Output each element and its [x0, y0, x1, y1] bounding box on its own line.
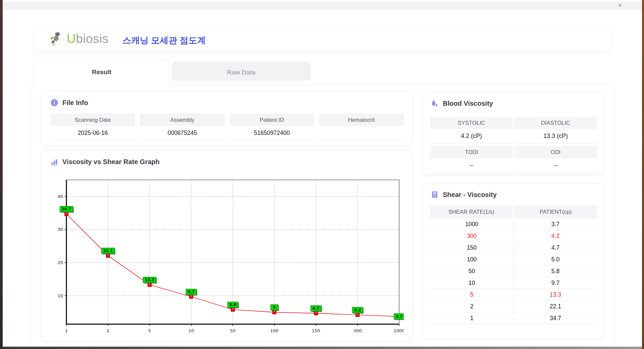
ubiosis-logo-icon	[49, 32, 64, 46]
header-card: Ubiosis 스캐닝 모세관 점도계	[34, 26, 611, 52]
file-info-field: Hematocrit	[319, 113, 404, 140]
svg-text:100: 100	[270, 328, 279, 333]
file-info-field-value: 000675245	[140, 126, 225, 140]
shear-viscosity-table: SHEAR RATE(1/s) PATIENT(cp) 10003.73004.…	[430, 205, 597, 324]
shear-rate-column-header: SHEAR RATE(1/s)	[430, 205, 513, 218]
file-info-field-label: Scanning Date	[50, 113, 135, 126]
brand-logo: Ubiosis	[49, 32, 109, 46]
content-panel: File Info Scanning Date2025-06-16Assembl…	[30, 85, 614, 346]
tab-result[interactable]: Result	[34, 60, 170, 85]
desktop-edge-left	[0, 0, 3, 349]
blood-drops-icon	[431, 99, 439, 107]
svg-text:5: 5	[273, 305, 276, 310]
svg-text:22.1: 22.1	[103, 248, 113, 253]
table-row: 10003.7	[430, 218, 597, 230]
table-row: 222.1	[430, 301, 597, 312]
file-info-field-value: 51650972400	[229, 126, 314, 140]
svg-text:40: 40	[57, 194, 63, 199]
close-icon[interactable]: ✕	[618, 2, 623, 9]
svg-text:1000: 1000	[393, 328, 404, 333]
patient-value-cell: 4.2	[514, 230, 597, 242]
patient-value-cell: 22.1	[514, 301, 597, 312]
svg-text:300: 300	[354, 328, 362, 333]
blood-viscosity-header: TODI	[430, 146, 513, 158]
file-info-field: Assembly000675245	[140, 113, 225, 140]
table-row: 505.8	[430, 265, 597, 277]
shear-table-header: SHEAR RATE(1/s) PATIENT(cp)	[430, 205, 597, 218]
svg-text:2: 2	[107, 328, 109, 333]
svg-text:10: 10	[57, 293, 63, 298]
blood-viscosity-title: Blood Viscosity	[443, 100, 493, 107]
graph-card: Viscosity vs Shear Rate Graph 1020304012…	[41, 150, 413, 341]
window-titlebar: ✕	[3, 2, 642, 10]
svg-text:5.8: 5.8	[229, 302, 236, 307]
graph-title: Viscosity vs Shear Rate Graph	[62, 158, 160, 166]
blood-viscosity-value: –	[430, 158, 513, 172]
blood-viscosity-header: SYSTOLIC	[430, 117, 513, 129]
shear-rate-cell: 1	[430, 312, 514, 324]
file-info-field: Scanning Date2025-06-16	[50, 113, 135, 140]
file-info-field-value: 2025-06-16	[50, 126, 135, 140]
svg-text:20: 20	[57, 260, 63, 265]
tab-raw-data[interactable]: Raw Data	[172, 62, 311, 81]
svg-text:50: 50	[230, 328, 236, 333]
bar-chart-icon	[50, 158, 58, 166]
patient-column-header: PATIENT(cp)	[514, 205, 597, 218]
blood-viscosity-card: Blood Viscosity SYSTOLICDIASTOLIC4.2 (cP…	[422, 92, 604, 175]
shear-viscosity-title: Shear - Viscosity	[443, 191, 497, 199]
svg-text:4.2: 4.2	[354, 308, 361, 312]
table-row: 3004.2	[430, 230, 597, 242]
shear-rate-cell: 1000	[430, 218, 514, 230]
desktop-edge-bottom	[3, 347, 642, 349]
blood-viscosity-value: 13.3 (cP)	[514, 129, 597, 143]
table-row: 109.7	[430, 277, 597, 289]
svg-text:1: 1	[65, 328, 68, 333]
svg-text:5: 5	[148, 328, 151, 333]
blood-viscosity-header: ODI	[514, 146, 597, 158]
shear-rate-cell: 100	[430, 254, 514, 265]
blood-viscosity-value: 4.2 (cP)	[430, 129, 513, 143]
desktop-edge-right	[642, 0, 644, 349]
file-info-field-label: Hematocrit	[319, 113, 404, 126]
shear-rate-cell: 150	[430, 242, 514, 254]
table-row: 513.3	[430, 289, 597, 301]
shear-rate-cell: 2	[430, 301, 514, 312]
shear-rate-cell: 50	[430, 265, 514, 277]
app-title: 스캐닝 모세관 점도계	[122, 35, 206, 46]
patient-value-cell: 5.8	[514, 265, 597, 277]
shear-rate-cell: 5	[430, 289, 514, 301]
table-row: 1504.7	[430, 242, 597, 254]
file-info-fields: Scanning Date2025-06-16Assembly000675245…	[50, 113, 404, 140]
patient-value-cell: 34.7	[514, 312, 597, 324]
patient-value-cell: 9.7	[514, 277, 597, 289]
file-info-field-label: Patient ID	[229, 113, 314, 126]
svg-text:150: 150	[312, 328, 320, 333]
file-info-field: Patient ID51650972400	[229, 113, 314, 140]
info-icon	[50, 99, 58, 107]
svg-text:13.3: 13.3	[145, 278, 154, 282]
table-row: 1005.0	[430, 254, 597, 265]
shear-table-body: 10003.73004.21504.71005.0505.8109.7513.3…	[430, 218, 597, 324]
file-info-field-label: Assembly	[140, 113, 225, 126]
svg-text:9.7: 9.7	[188, 290, 195, 294]
viscosity-chart: 102030401251050100150300100034.722.113.3…	[54, 174, 404, 338]
patient-value-cell: 13.3	[514, 289, 597, 301]
file-info-field-value	[319, 126, 404, 140]
patient-value-cell: 5.0	[514, 254, 597, 265]
blood-viscosity-header: DIASTOLIC	[514, 117, 597, 129]
shear-rate-cell: 10	[430, 277, 514, 289]
calculator-icon	[431, 191, 439, 199]
brand-wordmark: Ubiosis	[67, 32, 109, 46]
shear-viscosity-card: Shear - Viscosity SHEAR RATE(1/s) PATIEN…	[422, 184, 604, 339]
svg-text:30: 30	[57, 227, 63, 232]
svg-text:34.7: 34.7	[62, 207, 71, 211]
patient-value-cell: 3.7	[514, 218, 597, 230]
svg-text:3.7: 3.7	[396, 314, 402, 319]
shear-rate-cell: 300	[430, 230, 514, 242]
file-info-card: File Info Scanning Date2025-06-16Assembl…	[41, 91, 413, 146]
patient-value-cell: 4.7	[514, 242, 597, 254]
blood-viscosity-table: SYSTOLICDIASTOLIC4.2 (cP)13.3 (cP)TODIOD…	[430, 114, 597, 172]
table-row: 134.7	[430, 312, 597, 324]
svg-text:10: 10	[189, 328, 194, 333]
blood-viscosity-value: –	[514, 158, 597, 172]
